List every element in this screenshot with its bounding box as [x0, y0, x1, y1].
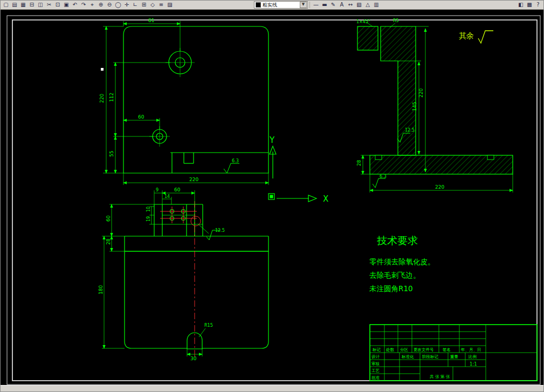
- zoom-in-icon[interactable]: ⊕: [97, 1, 105, 9]
- svg-text:更改文件号: 更改文件号: [414, 347, 434, 352]
- grip-point[interactable]: [101, 68, 104, 71]
- palette-icon[interactable]: ▩: [525, 1, 534, 9]
- undo-icon[interactable]: ↶: [71, 1, 79, 9]
- svg-text:6.3: 6.3: [232, 159, 239, 163]
- svg-text:60: 60: [174, 187, 181, 192]
- toolbar-right-group: —▬✎A↔▧△▥: [312, 1, 381, 9]
- svg-text:220: 220: [189, 177, 198, 182]
- edit-icon[interactable]: ✎: [329, 1, 338, 9]
- svg-text:1:1: 1:1: [470, 361, 477, 367]
- properties-icon[interactable]: ◧: [517, 1, 525, 9]
- svg-text:分区: 分区: [400, 347, 409, 352]
- svg-text:55: 55: [109, 151, 114, 157]
- zoom-out-icon[interactable]: ⊖: [105, 1, 114, 9]
- svg-text:28: 28: [356, 160, 362, 166]
- svg-text:220: 220: [99, 94, 105, 103]
- svg-text:批准: 批准: [371, 375, 380, 380]
- svg-text:年、月、日: 年、月、日: [460, 347, 481, 352]
- svg-text:重量: 重量: [450, 354, 459, 359]
- svg-text:12.5: 12.5: [215, 228, 225, 233]
- svg-text:审核: 审核: [371, 361, 380, 366]
- svg-text:60: 60: [138, 114, 144, 120]
- svg-text:R5: R5: [393, 18, 399, 23]
- grid-icon[interactable]: ⊞: [140, 1, 148, 9]
- svg-text:220: 220: [418, 88, 424, 98]
- angle-icon[interactable]: △: [363, 1, 372, 9]
- svg-text:R15: R15: [204, 323, 213, 328]
- status-bar: [1, 385, 543, 391]
- axis-x-label: X: [323, 194, 328, 204]
- svg-text:28: 28: [106, 238, 111, 245]
- svg-text:14: 14: [164, 194, 170, 199]
- text-icon[interactable]: A: [338, 1, 346, 9]
- svg-text:标准化: 标准化: [401, 354, 414, 359]
- svg-text:180: 180: [98, 285, 104, 294]
- svg-text:9: 9: [156, 188, 159, 192]
- svg-text:220: 220: [435, 184, 444, 190]
- save-icon[interactable]: ▦: [19, 1, 27, 9]
- drawing-canvas[interactable]: 81 220 112 55 60 220 6.3: [1, 1, 544, 392]
- toolbar-separator: [309, 2, 310, 8]
- svg-text:12.5: 12.5: [405, 128, 415, 133]
- ortho-icon[interactable]: ∟: [131, 1, 140, 9]
- lineweight-icon[interactable]: ▬: [320, 1, 329, 9]
- image-icon[interactable]: ▥: [372, 1, 381, 9]
- osnap-icon[interactable]: ◇: [148, 1, 157, 9]
- paste-icon[interactable]: ▣: [62, 1, 71, 9]
- open-icon[interactable]: ▤: [10, 1, 19, 9]
- svg-text:工艺: 工艺: [371, 368, 380, 373]
- svg-text:145: 145: [412, 102, 417, 111]
- new-icon[interactable]: ▢: [2, 1, 10, 9]
- cad-application-window: ▢▤▦⊟◫✂⊡▣↶↷⌖⊕⊖◯✛∟⊞◇≡▨ 粗实线 ▼ —▬✎A↔▧△▥ ◧▩?: [0, 0, 544, 392]
- dimension-icon[interactable]: ↔: [346, 1, 355, 9]
- svg-text:阶段标记: 阶段标记: [422, 354, 439, 359]
- tech-requirements-title: 技术要求: [377, 235, 418, 246]
- layer-color-swatch: [256, 2, 261, 8]
- layer-dropdown[interactable]: 粗实线 ▼: [254, 1, 308, 9]
- svg-text:112: 112: [109, 93, 114, 102]
- svg-text:1×45°: 1×45°: [356, 19, 370, 24]
- pan-icon[interactable]: ✛: [122, 1, 131, 9]
- svg-text:81: 81: [148, 18, 154, 23]
- hatch-icon[interactable]: ▧: [355, 1, 363, 9]
- tech-requirement-line: 去除毛刺飞边。: [369, 271, 421, 279]
- tech-requirement-line: 零件须去除氧化皮。: [369, 257, 435, 266]
- svg-text:签名: 签名: [443, 347, 451, 352]
- svg-text:6.3: 6.3: [380, 174, 387, 179]
- help-icon[interactable]: ?: [534, 1, 542, 9]
- layers-icon[interactable]: ≡: [157, 1, 166, 9]
- print-icon[interactable]: ⊟: [27, 1, 36, 9]
- svg-text:10: 10: [146, 207, 151, 212]
- preview-icon[interactable]: ◫: [36, 1, 45, 9]
- svg-text:比例: 比例: [469, 354, 477, 359]
- svg-text:19: 19: [146, 216, 151, 222]
- zoom-window-icon[interactable]: ⌖: [88, 1, 97, 9]
- svg-text:30: 30: [190, 356, 197, 361]
- redo-icon[interactable]: ↷: [79, 1, 88, 9]
- svg-text:60: 60: [106, 215, 111, 222]
- tech-requirement-line: 未注圆角R10: [369, 284, 413, 293]
- linetype-icon[interactable]: —: [312, 1, 320, 9]
- surplus-label: 其余: [459, 31, 474, 40]
- axis-y-label: Y: [269, 135, 275, 145]
- copy-icon[interactable]: ⊡: [53, 1, 62, 9]
- toolbar-left-group: ▢▤▦⊟◫✂⊡▣↶↷⌖⊕⊖◯✛∟⊞◇≡▨: [2, 1, 174, 9]
- color-icon[interactable]: ▨: [166, 1, 174, 9]
- chevron-down-icon[interactable]: ▼: [300, 2, 307, 8]
- svg-text:标记: 标记: [372, 347, 381, 352]
- svg-text:处数: 处数: [385, 347, 395, 352]
- svg-text:设计: 设计: [371, 354, 380, 359]
- main-toolbar: ▢▤▦⊟◫✂⊡▣↶↷⌖⊕⊖◯✛∟⊞◇≡▨ 粗实线 ▼ —▬✎A↔▧△▥ ◧▩?: [1, 1, 543, 10]
- toolbar-far-group: ◧▩?: [517, 1, 542, 9]
- cut-icon[interactable]: ✂: [45, 1, 53, 9]
- layer-dropdown-value: 粗实线: [263, 2, 277, 9]
- zoom-extents-icon[interactable]: ◯: [114, 1, 122, 9]
- svg-text:共 张 第 张: 共 张 第 张: [430, 374, 450, 379]
